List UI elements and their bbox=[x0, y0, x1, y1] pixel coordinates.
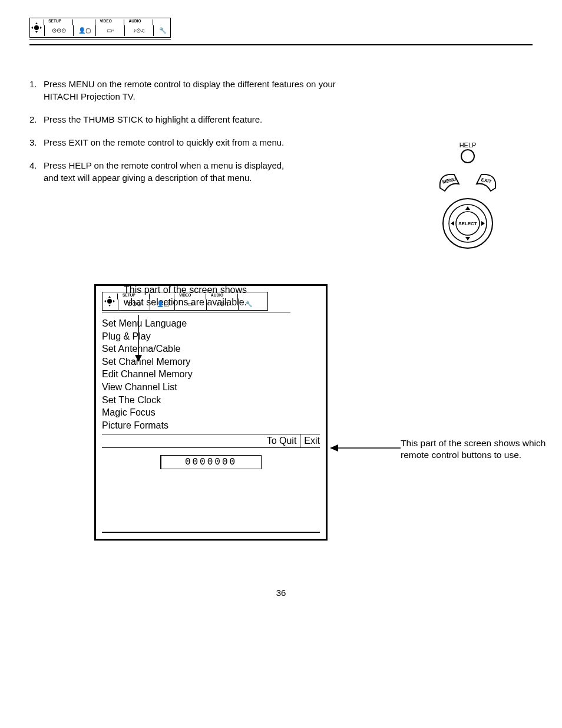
tv-tab-strip: SETUP ⊙⊙⊙ 👤▢ VIDEO ▭▫ bbox=[102, 292, 290, 312]
annotation-right: This part of the screen shows which remo… bbox=[401, 437, 562, 461]
tv-lower-section: 0000000 bbox=[102, 455, 320, 533]
menu-exit-buttons-icon: MENU EXIT bbox=[429, 167, 506, 197]
menu-item: Set Antenna/Cable bbox=[102, 342, 320, 355]
setup-icon: ⊙⊙⊙ bbox=[127, 301, 141, 307]
svg-marker-21 bbox=[104, 300, 106, 302]
svg-marker-22 bbox=[113, 300, 115, 302]
svg-marker-2 bbox=[35, 31, 38, 33]
quit-label: To Quit bbox=[267, 436, 297, 446]
tab-setup: SETUP ⊙⊙⊙ bbox=[120, 292, 148, 310]
quit-button-label: Exit bbox=[304, 436, 320, 446]
setup-icon: ⊙⊙⊙ bbox=[52, 28, 66, 34]
menu-item: Magic Focus bbox=[102, 406, 320, 419]
digit-display: 0000000 bbox=[160, 455, 262, 469]
list-number: 3. bbox=[29, 136, 44, 149]
svg-marker-3 bbox=[31, 27, 33, 29]
svg-marker-11 bbox=[465, 206, 470, 210]
tab-setup: SETUP ⊙⊙⊙ bbox=[46, 18, 72, 37]
thumbstick-icon bbox=[103, 296, 117, 307]
page-number: 36 bbox=[29, 588, 533, 598]
video-icon: ▭▫ bbox=[187, 301, 195, 307]
svg-marker-24 bbox=[330, 444, 338, 452]
help-button-icon bbox=[460, 149, 475, 164]
audio-icon: ♪⊙♫ bbox=[133, 28, 146, 34]
menu-item: Plug & Play bbox=[102, 330, 320, 343]
select-thumbstick-icon: SELECT bbox=[441, 197, 494, 250]
tab-tool: 🔧 bbox=[156, 18, 170, 37]
arrow-left-icon bbox=[330, 442, 401, 454]
menu-options-list: Set Menu Language Plug & Play Set Antenn… bbox=[102, 317, 320, 431]
list-number: 1. bbox=[29, 78, 44, 103]
svg-marker-14 bbox=[481, 221, 485, 226]
list-number: 2. bbox=[29, 113, 44, 126]
svg-point-5 bbox=[461, 150, 474, 163]
remote-control-diagram: HELP MENU EXIT SELECT bbox=[427, 141, 509, 250]
instruction-text: Press HELP on the remote control when a … bbox=[44, 159, 284, 184]
instruction-list: 1. Press MENU on the remote control to d… bbox=[29, 78, 359, 184]
person-icon: 👤▢ bbox=[157, 301, 169, 307]
svg-point-18 bbox=[107, 299, 112, 304]
svg-text:SELECT: SELECT bbox=[458, 221, 477, 226]
tab-person: 👤▢ bbox=[152, 292, 173, 310]
tab-tool: 🔧 bbox=[240, 292, 257, 310]
instruction-text: Press EXIT on the remote control to quic… bbox=[44, 136, 284, 149]
svg-marker-19 bbox=[108, 296, 111, 298]
menu-item: Set Channel Memory bbox=[102, 355, 320, 368]
help-label: HELP bbox=[427, 141, 509, 149]
svg-marker-20 bbox=[108, 305, 111, 307]
quit-hint-row: To Quit Exit bbox=[102, 434, 320, 448]
tab-video: VIDEO ▭▫ bbox=[177, 292, 205, 310]
svg-marker-13 bbox=[451, 221, 454, 226]
instruction-text: Press the THUMB STICK to highlight a dif… bbox=[44, 113, 262, 126]
video-icon: ▭▫ bbox=[107, 28, 114, 34]
svg-marker-1 bbox=[35, 22, 38, 24]
menu-item: Picture Formats bbox=[102, 419, 320, 432]
header-tab-strip: SETUP ⊙⊙⊙ 👤▢ VIDEO ▭▫ AUDIO ♪⊙♫ 🔧 bbox=[29, 18, 171, 39]
menu-item: Edit Channel Memory bbox=[102, 368, 320, 381]
menu-item: View Channel List bbox=[102, 381, 320, 394]
list-number: 4. bbox=[29, 159, 44, 184]
tab-audio: AUDIO ♪⊙♫ bbox=[127, 18, 153, 37]
horizontal-rule bbox=[29, 44, 533, 45]
tool-icon: 🔧 bbox=[159, 28, 166, 34]
svg-point-0 bbox=[34, 25, 39, 30]
tab-audio: AUDIO ♪⊙♫ bbox=[209, 292, 237, 310]
tab-video: VIDEO ▭▫ bbox=[97, 18, 123, 37]
audio-icon: ♪⊙♫ bbox=[217, 301, 229, 307]
svg-marker-12 bbox=[465, 237, 470, 241]
menu-item: Set The Clock bbox=[102, 394, 320, 407]
instruction-text: Press MENU on the remote control to disp… bbox=[44, 78, 359, 103]
svg-marker-4 bbox=[40, 27, 42, 29]
tool-icon: 🔧 bbox=[245, 301, 252, 307]
person-icon: 👤▢ bbox=[78, 28, 91, 34]
menu-item: Set Menu Language bbox=[102, 317, 320, 330]
tab-person: 👤▢ bbox=[75, 18, 94, 37]
tv-screen-mockup: SETUP ⊙⊙⊙ 👤▢ VIDEO ▭▫ bbox=[94, 284, 533, 541]
thumbstick-icon bbox=[30, 22, 43, 33]
